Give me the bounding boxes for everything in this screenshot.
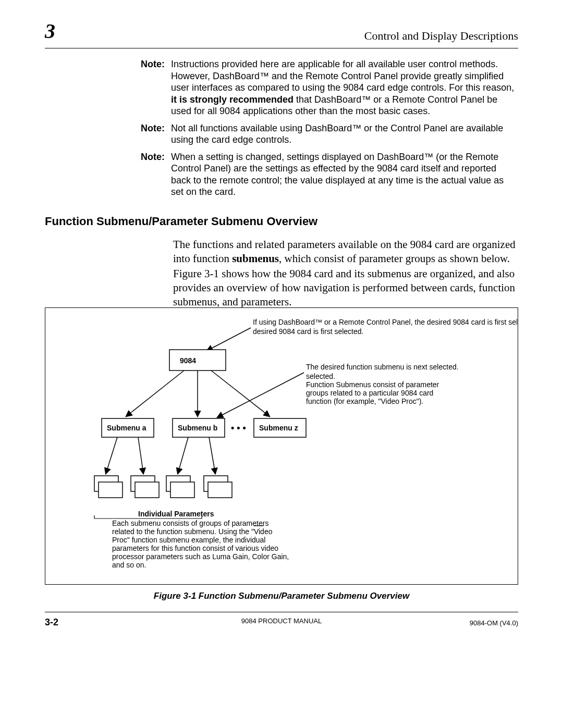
body-para-2: Figure 3-1 shows how the 9084 card and i… (173, 267, 518, 309)
fig-text-right-2c: function (for example, "Video Proc"). (306, 397, 423, 405)
fig-text-top: If using DashBoard™ or a Remote Control … (253, 318, 517, 326)
note-body: Instructions provided here are applicabl… (171, 58, 518, 117)
fig-submenu-z-label: Submenu z (259, 424, 298, 432)
fig-card-box (169, 350, 226, 371)
fig-indiv-line3: Proc" function submenu example, the indi… (112, 536, 265, 544)
svg-line-4 (211, 371, 270, 416)
fig-indiv-heading: Individual Parameters (138, 510, 214, 518)
fig-indiv-line4: parameters for this function consist of … (112, 544, 278, 552)
page: 3 Control and Display Descriptions Note:… (0, 0, 563, 728)
note-label: Note: (141, 151, 171, 198)
fig-text-right-1b: selected. (306, 372, 335, 380)
fig-ellipsis: • • • (231, 423, 246, 433)
notes-block: Note:Instructions provided here are appl… (141, 58, 518, 203)
fig-text-right-2: Function Submenus consist of parameter (306, 380, 439, 389)
fig-text-right-1: The desired function submenu is next sel… (306, 363, 459, 371)
running-header: Control and Display Descriptions (364, 29, 518, 43)
note-body: When a setting is changed, settings disp… (171, 151, 518, 198)
svg-rect-16 (208, 482, 232, 498)
svg-line-2 (126, 371, 184, 416)
fig-indiv-line6: and so on. (112, 561, 146, 569)
figure-caption: Figure 3-1 Function Submenu/Parameter Su… (45, 591, 518, 601)
svg-line-1 (217, 373, 304, 417)
header-rule (45, 48, 518, 48)
fig-card-label: 9084 (180, 356, 196, 365)
fig-submenu-b-label: Submenu b (178, 424, 217, 432)
footer-center: 9084 PRODUCT MANUAL (45, 617, 518, 625)
footer: 3-2 9084 PRODUCT MANUAL 9084-OM (V4.0) (45, 617, 518, 628)
svg-line-0 (207, 328, 251, 351)
note-row: Note:Not all functions available using D… (141, 122, 518, 146)
fig-indiv-line2: related to the function submenu. Using t… (112, 527, 273, 536)
section-heading: Function Submenu/Parameter Submenu Overv… (45, 215, 317, 228)
note-row: Note:When a setting is changed, settings… (141, 151, 518, 198)
chapter-number: 3 (45, 19, 55, 43)
footer-rule (45, 612, 518, 612)
svg-line-6 (138, 437, 143, 474)
fig-submenu-a-label: Submenu a (107, 424, 146, 432)
fig-text-top-2: desired 9084 card is first selected. (253, 327, 363, 336)
svg-line-12 (209, 437, 215, 474)
svg-rect-14 (170, 482, 194, 498)
fig-text-right-2b: groups related to a particular 9084 card (306, 389, 433, 397)
note-body: Not all functions available using DashBo… (171, 122, 518, 146)
fig-indiv-line1: Each submenu consists of groups of param… (112, 519, 268, 527)
svg-rect-8 (99, 482, 123, 498)
fig-indiv-line5: processor parameters such as Luma Gain, … (112, 552, 289, 561)
note-row: Note:Instructions provided here are appl… (141, 58, 518, 117)
note-label: Note: (141, 122, 171, 146)
svg-line-11 (178, 437, 188, 474)
note-label: Note: (141, 58, 171, 117)
body-para-1: The functions and related parameters ava… (173, 238, 518, 266)
svg-rect-10 (135, 482, 159, 498)
svg-line-5 (106, 437, 117, 474)
figure-3-1: If using DashBoard™ or a Remote Control … (45, 307, 518, 585)
